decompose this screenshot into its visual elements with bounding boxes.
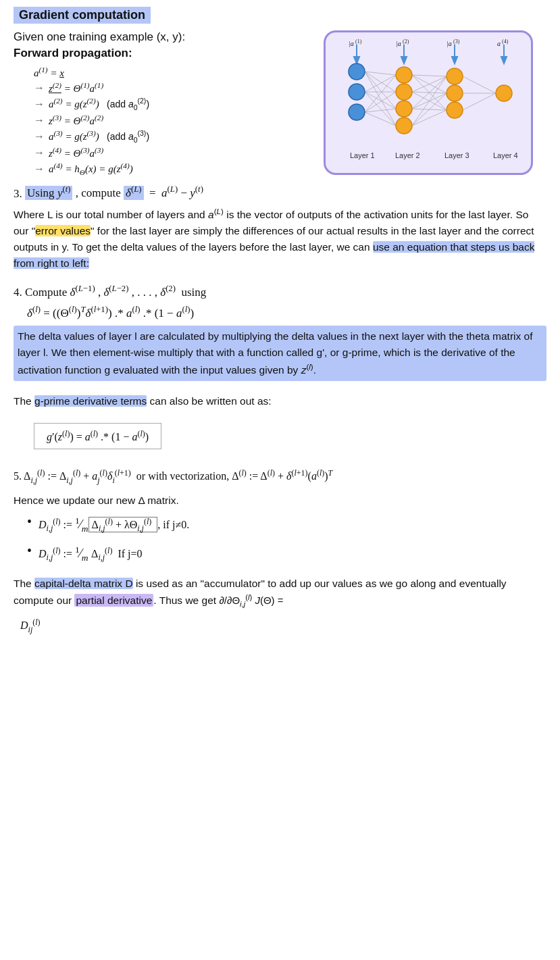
bullet-dot-1: • (27, 514, 32, 530)
equation-row-7: → a(4) = hΘ(x) = g(z(4)) (34, 161, 317, 176)
svg-point-45 (349, 104, 365, 120)
svg-marker-5 (452, 57, 457, 64)
gprime-highlight: g-prime derivative terms (34, 395, 147, 407)
capital-delta-highlight: capital-delta matrix D (34, 578, 133, 589)
svg-point-47 (396, 84, 412, 100)
neural-net-diagram: |a (1) |a (2) |a (3) a (4) (324, 30, 546, 175)
page-title: Gradient computation (14, 7, 151, 24)
bullet-2-content: Di,j(l) := 1⁄m Δi,j(l) If j=0 (39, 545, 143, 563)
svg-text:|a: |a (447, 40, 452, 47)
equation-steps-highlight: use an equation that steps us back from … (14, 241, 534, 269)
section3-num: 3. (14, 186, 22, 199)
section4-formula: δ(l) = ((Θ(l))Tδ(l+1)) .* a(l) .* (1 − a… (27, 305, 546, 320)
section4-body: The delta values of layer l are calculat… (14, 326, 546, 381)
svg-text:|a: |a (349, 40, 354, 47)
section-3: 3. Using y(t) , compute δ(L) = a(L) − y(… (14, 185, 546, 272)
section3-using: Using y(t) (25, 186, 72, 200)
section-5: 5. Δi,j(l) := Δi,j(l) + aj(l)δi(l+1) or … (14, 468, 546, 563)
gprime-intro: The g-prime derivative terms can also be… (14, 393, 546, 409)
error-values-highlight: error values (35, 225, 91, 236)
equation-row-1: a(1) = x (34, 66, 317, 79)
section3-heading: 3. Using y(t) , compute δ(L) = a(L) − y(… (14, 185, 546, 201)
svg-line-38 (412, 93, 447, 126)
svg-text:|a: |a (396, 40, 401, 47)
svg-line-28 (412, 75, 447, 76)
svg-point-53 (496, 85, 512, 101)
svg-point-52 (447, 102, 463, 118)
svg-point-46 (396, 67, 412, 83)
section3-body: Where L is our total number of layers an… (14, 205, 546, 272)
svg-line-34 (412, 76, 447, 109)
nn-layer1-label: Layer 1 (350, 151, 375, 159)
svg-point-49 (396, 118, 412, 134)
bullet-1-content: Di,j(l) := 1⁄m ​ Δi,j(l) + λΘi,j(l) , if… (39, 515, 189, 534)
bullet-1: • Di,j(l) := 1⁄m ​ Δi,j(l) + λΘi,j(l) , … (27, 515, 546, 534)
svg-text:(4): (4) (502, 39, 509, 45)
svg-point-51 (447, 85, 463, 101)
given-line: Given one training example (x, y): (14, 30, 317, 44)
gprime-section: The g-prime derivative terms can also be… (14, 393, 546, 456)
nn-layer2-label: Layer 2 (395, 151, 420, 159)
closing-section: The capital-delta matrix D is used as an… (14, 576, 546, 634)
nn-layer3-label: Layer 3 (444, 151, 469, 159)
svg-point-50 (447, 68, 463, 84)
svg-line-23 (365, 92, 396, 126)
svg-text:a: a (497, 40, 501, 47)
svg-line-18 (365, 72, 396, 109)
svg-marker-1 (354, 57, 359, 64)
forward-line: Forward propagation: (14, 47, 317, 60)
svg-line-27 (365, 112, 396, 126)
section4-heading: 4. Compute δ(L−1) , δ(L−2) , . . . , δ(2… (14, 284, 546, 299)
equation-row-6: → z(4) = Θ(3)a(3) (34, 146, 317, 159)
section-4: 4. Compute δ(L−1) , δ(L−2) , . . . , δ(2… (14, 284, 546, 381)
closing-formula: Dij(l) (20, 617, 546, 635)
gprime-formula: g′(z(l)) = a(l) .* (1 − a(l)) (34, 423, 161, 449)
svg-text:(3): (3) (453, 39, 460, 45)
svg-text:(2): (2) (403, 39, 409, 45)
equation-row-5: → a(3) = g(z(3)) (add a0(3)) (34, 129, 317, 144)
hence-text: Hence we update our new Δ matrix. (14, 492, 546, 509)
svg-line-42 (463, 93, 496, 110)
bullet-2: • Di,j(l) := 1⁄m Δi,j(l) If j=0 (27, 545, 546, 563)
equation-row-4: → z(3) = Θ(2)a(2) (34, 113, 317, 127)
svg-marker-3 (401, 57, 407, 64)
svg-text:(1): (1) (355, 39, 362, 45)
svg-line-40 (463, 76, 496, 93)
equation-row-3: → a(2) = g(z(2)) (add a0(2)) (34, 97, 317, 111)
svg-line-37 (412, 76, 447, 126)
equation-row-2: → z(2) = Θ(1)a(1) (34, 81, 317, 95)
section5-formula: 5. Δi,j(l) := Δi,j(l) + aj(l)δi(l+1) or … (14, 468, 546, 486)
svg-point-44 (349, 84, 365, 100)
svg-point-43 (349, 64, 365, 80)
svg-line-24 (365, 75, 396, 112)
closing-text: The capital-delta matrix D is used as an… (14, 576, 546, 610)
section3-formula: , compute δ(L) = a(L) − y(t) (76, 186, 203, 199)
svg-line-19 (365, 72, 396, 126)
svg-point-48 (396, 101, 412, 117)
nn-layer4-label: Layer 4 (493, 151, 518, 159)
svg-marker-7 (501, 57, 507, 64)
partial-derivative-highlight: partial derivative (74, 594, 153, 607)
bullet-dot-2: • (27, 543, 32, 559)
